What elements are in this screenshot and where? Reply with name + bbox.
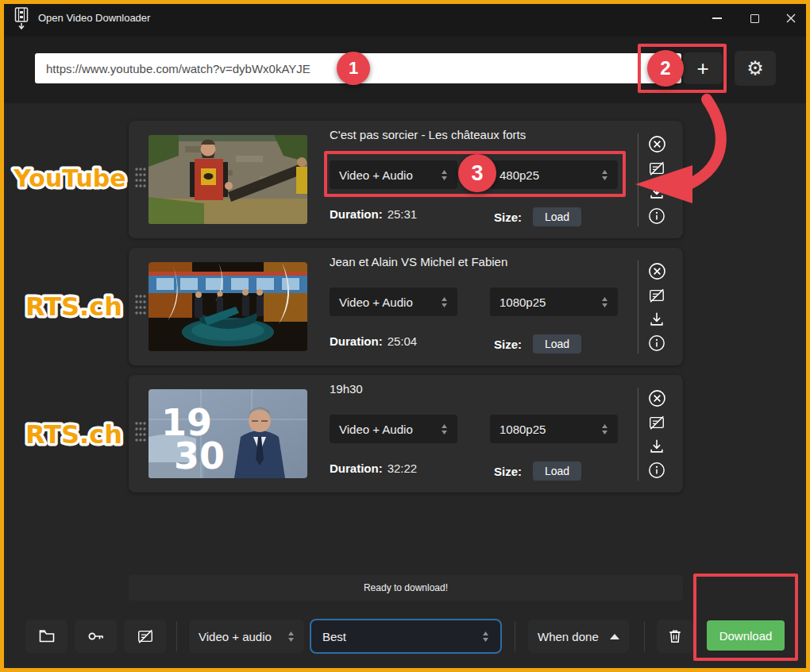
subtitles-toggle-button[interactable] bbox=[646, 285, 668, 306]
cancel-circle-icon bbox=[648, 389, 666, 407]
status-bar: Ready to download! bbox=[129, 575, 683, 601]
download-icon bbox=[648, 438, 665, 455]
card-divider bbox=[638, 133, 638, 226]
info-button[interactable] bbox=[646, 206, 668, 226]
annotation-step-3: 3 bbox=[458, 154, 496, 192]
video-title: Jean et Alain VS Michel et Fabien bbox=[330, 255, 507, 268]
subtitles-toggle-button[interactable] bbox=[646, 412, 668, 433]
cancel-circle-icon bbox=[648, 262, 666, 280]
svg-text:RTS.ch: RTS.ch bbox=[25, 292, 122, 322]
gear-icon: ⚙ bbox=[746, 57, 764, 79]
minimize-icon bbox=[712, 17, 722, 19]
source-label-youtube: YouTube bbox=[6, 156, 133, 201]
sort-arrows-icon bbox=[482, 631, 489, 643]
when-done-dropdown[interactable]: When done bbox=[528, 620, 629, 653]
add-url-button[interactable]: + bbox=[683, 52, 723, 84]
key-icon bbox=[86, 626, 106, 647]
download-item-button[interactable] bbox=[646, 309, 668, 330]
app-icon bbox=[12, 7, 31, 30]
cancel-button[interactable] bbox=[646, 388, 668, 408]
global-quality-dropdown[interactable]: Best bbox=[310, 619, 502, 654]
info-circle-icon bbox=[648, 207, 665, 225]
video-thumbnail bbox=[148, 135, 307, 224]
status-message: Ready to download! bbox=[364, 582, 448, 593]
video-thumbnail bbox=[148, 262, 307, 351]
cancel-button[interactable] bbox=[646, 133, 668, 154]
global-format-dropdown[interactable]: Video + audio bbox=[189, 620, 304, 653]
settings-button[interactable]: ⚙ bbox=[735, 51, 776, 86]
sort-arrows-icon bbox=[441, 169, 448, 181]
info-circle-icon bbox=[648, 462, 665, 479]
download-all-button[interactable]: Download bbox=[707, 620, 785, 651]
size-info: Size: Load bbox=[494, 334, 581, 353]
video-title: C'est pas sorcier - Les châteaux forts bbox=[330, 128, 526, 141]
cancel-button[interactable] bbox=[646, 261, 668, 281]
card-divider bbox=[638, 261, 638, 353]
format-dropdown[interactable]: Video + Audio bbox=[330, 415, 457, 443]
toolbar-divider bbox=[644, 621, 645, 651]
quality-dropdown[interactable]: 1080p25 bbox=[490, 415, 618, 443]
size-info: Size: Load bbox=[494, 207, 581, 226]
card-divider bbox=[638, 388, 638, 481]
toolbar-divider bbox=[176, 621, 177, 651]
download-item-button[interactable] bbox=[646, 182, 668, 203]
window-title: Open Video Downloader bbox=[38, 0, 150, 37]
download-item-button[interactable] bbox=[646, 436, 668, 457]
no-subtitles-icon bbox=[137, 628, 154, 645]
duration-info: Duration:25:04 bbox=[330, 334, 417, 348]
download-icon bbox=[648, 183, 665, 201]
load-size-button[interactable]: Load bbox=[533, 334, 581, 353]
sort-arrows-icon bbox=[441, 296, 448, 308]
load-size-button[interactable]: Load bbox=[533, 207, 581, 226]
trash-icon bbox=[666, 628, 684, 645]
load-size-button[interactable]: Load bbox=[533, 462, 581, 481]
download-icon bbox=[648, 311, 665, 328]
open-folder-button[interactable] bbox=[25, 620, 68, 653]
sort-arrows-icon bbox=[287, 631, 295, 643]
cancel-circle-icon bbox=[648, 135, 666, 153]
video-card: Jean et Alain VS Michel et Fabien Video … bbox=[129, 248, 683, 365]
no-subtitles-icon bbox=[648, 414, 665, 431]
svg-text:30: 30 bbox=[174, 434, 225, 477]
info-button[interactable] bbox=[646, 460, 668, 481]
maximize-icon bbox=[750, 14, 759, 23]
video-card: 19 30 19h30 Video + Audio 1080p25 Durati… bbox=[129, 375, 683, 492]
auth-key-button[interactable] bbox=[75, 620, 117, 653]
clear-list-button[interactable] bbox=[657, 620, 693, 653]
svg-text:RTS.ch: RTS.ch bbox=[25, 419, 122, 450]
maximize-button[interactable] bbox=[737, 6, 772, 30]
plus-icon: + bbox=[696, 56, 708, 81]
no-subtitles-icon bbox=[648, 160, 665, 177]
format-dropdown[interactable]: Video + Audio bbox=[330, 160, 457, 189]
sort-arrows-icon bbox=[601, 169, 608, 181]
drag-handle-icon[interactable] bbox=[134, 166, 147, 190]
duration-info: Duration:25:31 bbox=[330, 207, 417, 221]
duration-info: Duration:32:22 bbox=[330, 462, 417, 475]
annotation-step-2: 2 bbox=[647, 50, 684, 87]
quality-dropdown[interactable]: 1080p25 bbox=[490, 288, 618, 316]
close-button[interactable] bbox=[773, 6, 808, 30]
global-subtitles-button[interactable] bbox=[124, 620, 166, 653]
minimize-button[interactable] bbox=[700, 6, 735, 30]
chevron-up-icon bbox=[610, 634, 619, 639]
video-thumbnail: 19 30 bbox=[148, 389, 307, 478]
annotation-step-1: 1 bbox=[337, 52, 370, 85]
info-circle-icon bbox=[648, 334, 665, 352]
size-info: Size: Load bbox=[494, 462, 581, 481]
quality-dropdown[interactable]: 480p25 bbox=[490, 160, 618, 189]
info-button[interactable] bbox=[646, 333, 668, 353]
svg-text:YouTube: YouTube bbox=[13, 164, 125, 192]
sort-arrows-icon bbox=[441, 423, 448, 435]
format-dropdown[interactable]: Video + Audio bbox=[330, 288, 457, 316]
subtitles-toggle-button[interactable] bbox=[646, 158, 668, 179]
title-bar: Open Video Downloader bbox=[0, 0, 810, 37]
sort-arrows-icon bbox=[601, 423, 608, 435]
no-subtitles-icon bbox=[648, 287, 665, 304]
folder-icon bbox=[37, 627, 56, 646]
video-title: 19h30 bbox=[330, 382, 363, 396]
source-label-rts: RTS.ch bbox=[6, 411, 141, 458]
toolbar-divider bbox=[515, 621, 515, 651]
sort-arrows-icon bbox=[601, 296, 608, 308]
video-card: C'est pas sorcier - Les châteaux forts V… bbox=[129, 121, 683, 238]
source-label-rts: RTS.ch bbox=[6, 284, 141, 330]
